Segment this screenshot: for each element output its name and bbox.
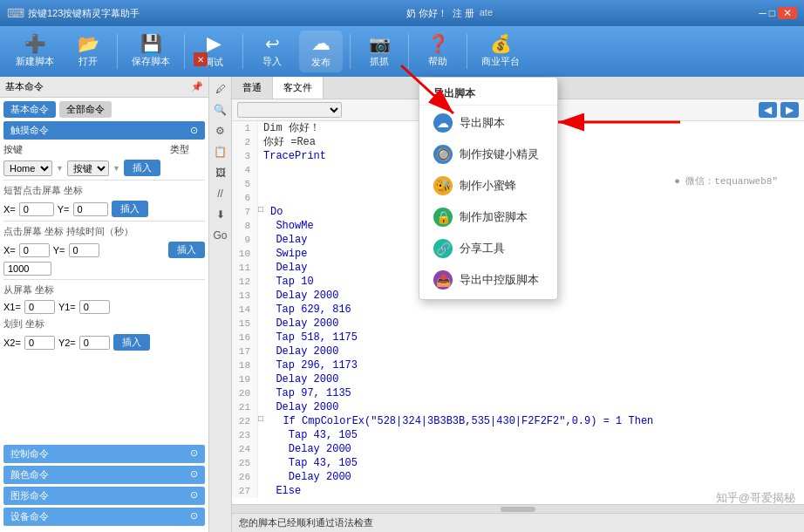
side-icon-4[interactable]: 📋 xyxy=(212,143,229,160)
make-wizard-item[interactable]: 🔘 制作按键小精灵 xyxy=(419,139,557,170)
y-input[interactable] xyxy=(73,202,108,216)
toolbar-sep-4 xyxy=(350,34,351,69)
capture-button[interactable]: 📷 抓抓 xyxy=(358,31,401,72)
swipe-to-label: 划到 坐标 xyxy=(3,317,205,331)
click-hold-label: 点击屏幕 坐标 持续时间（秒） xyxy=(3,225,205,238)
y2-input[interactable] xyxy=(79,336,110,350)
control-cmd-section[interactable]: 控制命令 ⊙ xyxy=(3,445,205,463)
click-hold-insert-button[interactable]: 插入 xyxy=(168,242,205,258)
share-tool-icon: 🔗 xyxy=(433,239,453,258)
toolbar-sep-5 xyxy=(408,34,409,69)
make-encrypted-icon: 🔒 xyxy=(433,208,453,227)
export-cms-item[interactable]: 📤 导出中控版脚本 xyxy=(419,264,557,296)
commerce-button[interactable]: 💰 商业平台 xyxy=(474,31,527,72)
scrollbar-thumb xyxy=(501,507,535,512)
swipe-row1: X1= Y1= xyxy=(3,300,205,314)
key-arrow-icon: ▼ xyxy=(56,164,64,173)
touch-insert-button[interactable]: 插入 xyxy=(124,160,160,176)
sidebar-tab-all[interactable]: 全部命令 xyxy=(59,101,112,118)
app-icon: ⌨ xyxy=(7,6,24,20)
divider-1 xyxy=(3,180,205,181)
side-icon-3[interactable]: ⚙ xyxy=(212,122,229,140)
touch-cmd-row-inputs: Home ▼ 按键 ▼ 插入 xyxy=(3,160,205,176)
x-label: X= xyxy=(3,204,16,215)
image-cmd-section[interactable]: 图形命令 ⊙ xyxy=(3,487,205,505)
make-bee-label: 制作小蜜蜂 xyxy=(460,178,516,194)
window-title: 按键123按键精灵字幕助手 xyxy=(28,7,140,20)
nav-link-3[interactable]: ate xyxy=(480,7,493,20)
code-line-23: 23 Tap 43, 105 xyxy=(232,428,804,442)
export-script-item[interactable]: ☁ 导出脚本 xyxy=(419,107,557,139)
type-label: 类型 xyxy=(170,143,205,156)
tab-normal[interactable]: 普通 xyxy=(232,77,273,99)
open-button[interactable]: 📂 打开 xyxy=(66,31,110,72)
make-encrypted-item[interactable]: 🔒 制作加密脚本 xyxy=(419,201,557,233)
side-icon-5[interactable]: 🖼 xyxy=(212,164,229,181)
x1-label: X1= xyxy=(3,302,21,312)
type-select[interactable]: 按键 xyxy=(67,160,109,176)
control-cmd-label: 控制命令 xyxy=(10,447,49,460)
side-icon-7[interactable]: ⬇ xyxy=(212,206,229,223)
touch-section-label: 触摸命令 xyxy=(10,124,49,137)
save-button[interactable]: 💾 保存脚本 xyxy=(125,31,177,72)
x1-input[interactable] xyxy=(24,300,55,314)
make-wizard-icon: 🔘 xyxy=(433,145,453,164)
side-icon-8[interactable]: Go xyxy=(212,227,229,244)
code-line-14: 14 Tap 629, 816 xyxy=(232,303,804,317)
close-window-button[interactable]: ✕ xyxy=(778,7,797,19)
contact-info: ● 微信：tequanweb8" xyxy=(674,174,778,188)
help-button[interactable]: ❓ 帮助 xyxy=(416,31,460,72)
minimize-button[interactable]: ─ xyxy=(759,7,767,19)
side-icon-6[interactable]: // xyxy=(212,185,229,202)
side-icon-1[interactable]: 🖊 xyxy=(212,80,229,98)
y-hold-label: Y= xyxy=(53,245,65,256)
x-input[interactable] xyxy=(19,202,54,216)
main-toolbar: ➕ 新建脚本 📂 打开 💾 保存脚本 ▶ 调试 ↩ 导入 ☁ 发布 📷 抓抓 xyxy=(0,26,804,77)
nav-link-1[interactable]: 奶 你好！ xyxy=(406,7,447,20)
new-script-button[interactable]: ➕ 新建脚本 xyxy=(9,31,61,72)
color-expand-icon: ⊙ xyxy=(190,468,198,481)
maximize-button[interactable]: □ xyxy=(769,7,775,19)
new-script-icon: ➕ xyxy=(24,35,46,52)
make-wizard-label: 制作按键小精灵 xyxy=(460,147,539,162)
x-hold-label: X= xyxy=(3,245,16,256)
x2-input[interactable] xyxy=(24,336,55,350)
code-line-24: 24 Delay 2000 xyxy=(232,442,804,456)
window-title-bar: ⌨ 按键123按键精灵字幕助手 奶 你好！ 注 册 ate ─ □ ✕ xyxy=(0,0,804,26)
nav-prev-button[interactable]: ◀ xyxy=(759,102,777,118)
code-line-19: 19 Delay 2000 xyxy=(232,372,804,386)
script-select[interactable] xyxy=(237,102,342,118)
publish-button[interactable]: ☁ 发布 xyxy=(299,31,343,72)
capture-icon: 📷 xyxy=(369,35,391,52)
y-hold-input[interactable] xyxy=(69,243,99,257)
status-bar: 您的脚本已经顺利通过语法检查 xyxy=(232,513,804,532)
nav-next-button[interactable]: ▶ xyxy=(780,102,799,118)
nav-link-2[interactable]: 注 册 xyxy=(453,7,474,20)
swipe-label: 从屏幕 坐标 xyxy=(3,283,205,297)
export-script-label: 导出脚本 xyxy=(460,115,505,131)
import-button[interactable]: ↩ 导入 xyxy=(250,31,294,72)
make-bee-item[interactable]: 🐝 制作小蜜蜂 xyxy=(419,170,557,201)
sidebar-pin-icon: 📌 xyxy=(191,81,203,92)
sidebar-tab-basic[interactable]: 基本命令 xyxy=(3,101,56,118)
tab-text[interactable]: 客文件 xyxy=(273,77,324,99)
sidebar-title: 基本命令 xyxy=(5,80,44,93)
key-select[interactable]: Home xyxy=(3,160,52,176)
dropdown-title: 导出脚本 xyxy=(419,81,557,106)
debug-icon: ▶ xyxy=(207,34,221,53)
touch-expand-icon: ⊙ xyxy=(190,125,198,136)
short-click-insert-button[interactable]: 插入 xyxy=(112,201,148,217)
divider-2 xyxy=(3,221,205,222)
device-cmd-section[interactable]: 设备命令 ⊙ xyxy=(3,508,205,526)
swipe-insert-button[interactable]: 插入 xyxy=(113,334,150,351)
x-hold-input[interactable] xyxy=(19,243,50,257)
code-line-18: 18 Tap 296, 1173 xyxy=(232,358,804,372)
color-cmd-section[interactable]: 颜色命令 ⊙ xyxy=(3,466,205,484)
toolbar-sep-2 xyxy=(184,34,185,69)
share-tool-item[interactable]: 🔗 分享工具 xyxy=(419,233,557,264)
touch-section-header[interactable]: 触摸命令 ⊙ xyxy=(3,121,205,140)
duration-input[interactable] xyxy=(3,262,51,276)
side-icon-2[interactable]: 🔍 xyxy=(212,101,229,119)
y1-input[interactable] xyxy=(79,300,110,314)
close-sidebar-button[interactable]: ✕ xyxy=(194,52,208,66)
